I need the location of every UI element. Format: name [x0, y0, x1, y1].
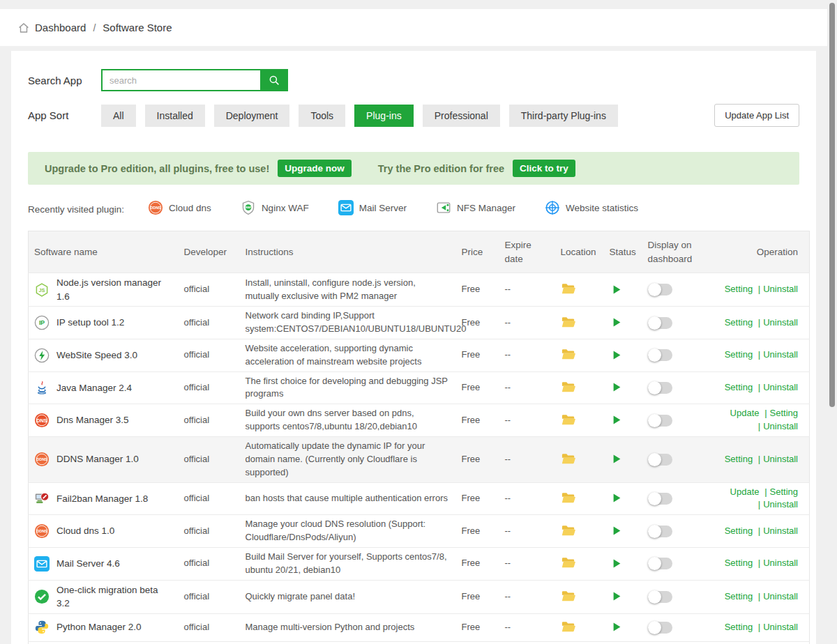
- price-cell: Free: [456, 482, 499, 515]
- uninstall-link[interactable]: Uninstall: [763, 454, 798, 464]
- play-icon[interactable]: [610, 491, 625, 506]
- folder-icon[interactable]: [561, 412, 576, 427]
- column-header-developer: Developer: [179, 231, 240, 273]
- operation-separator: |: [758, 284, 760, 294]
- column-header-location: Location: [555, 231, 604, 273]
- setting-link[interactable]: Setting: [725, 622, 753, 632]
- click-to-try-button[interactable]: Click to try: [513, 160, 575, 177]
- uninstall-link[interactable]: Uninstall: [763, 591, 798, 601]
- search-input[interactable]: [101, 69, 260, 91]
- operation-separator: |: [758, 622, 760, 632]
- display-on-dashboard-toggle[interactable]: [648, 415, 672, 427]
- play-icon[interactable]: [610, 523, 625, 538]
- app-sort-label: App Sort: [28, 109, 101, 121]
- tab-professional[interactable]: Professional: [423, 105, 500, 127]
- uninstall-link[interactable]: Uninstall: [763, 499, 798, 509]
- operation-separator: |: [758, 454, 760, 464]
- update-link[interactable]: Update: [730, 408, 760, 418]
- play-icon[interactable]: [610, 452, 625, 467]
- update-app-list-button[interactable]: Update App List: [714, 104, 799, 127]
- folder-icon[interactable]: [561, 523, 576, 538]
- display-on-dashboard-toggle[interactable]: [648, 622, 672, 634]
- display-on-dashboard-toggle[interactable]: [648, 382, 672, 394]
- folder-icon[interactable]: [561, 314, 576, 330]
- page-scrollbar[interactable]: [827, 0, 837, 644]
- setting-link[interactable]: Setting: [725, 317, 753, 328]
- setting-link[interactable]: Setting: [725, 591, 753, 601]
- recent-plugin-website-statistics[interactable]: Website statistics: [545, 200, 638, 215]
- uninstall-link[interactable]: Uninstall: [763, 421, 798, 431]
- play-icon[interactable]: [610, 412, 625, 427]
- uninstall-link[interactable]: Uninstall: [763, 284, 798, 294]
- setting-link[interactable]: Setting: [725, 558, 753, 568]
- developer-cell: official: [179, 339, 240, 371]
- display-on-dashboard-toggle[interactable]: [648, 284, 672, 296]
- setting-link[interactable]: Setting: [725, 349, 753, 360]
- uninstall-link[interactable]: Uninstall: [763, 526, 798, 536]
- uninstall-link[interactable]: Uninstall: [763, 382, 798, 392]
- home-icon[interactable]: [17, 22, 30, 34]
- toggle-knob: [648, 381, 661, 394]
- column-header-software-name: Software name: [29, 231, 179, 273]
- setting-link[interactable]: Setting: [725, 382, 753, 392]
- folder-icon[interactable]: [561, 281, 576, 296]
- recent-plugin-nfs-manager[interactable]: NFS Manager: [436, 200, 515, 215]
- app-sort-tabs: AllInstalledDeploymentToolsPlug-insProfe…: [101, 105, 714, 127]
- setting-link[interactable]: Setting: [770, 486, 798, 497]
- uninstall-link[interactable]: Uninstall: [763, 317, 798, 328]
- expire-date-cell: --: [499, 437, 555, 483]
- tab-all[interactable]: All: [101, 105, 136, 127]
- uninstall-link[interactable]: Uninstall: [763, 622, 798, 632]
- display-on-dashboard-toggle[interactable]: [648, 349, 672, 361]
- operation-cell: Setting |Uninstall: [712, 613, 810, 641]
- svg-text:DDNS: DDNS: [150, 206, 161, 210]
- folder-icon[interactable]: [561, 490, 576, 505]
- folder-icon[interactable]: [561, 555, 576, 570]
- setting-link[interactable]: Setting: [725, 526, 753, 536]
- play-icon[interactable]: [610, 620, 625, 635]
- setting-link[interactable]: Setting: [770, 408, 798, 418]
- play-icon[interactable]: [610, 347, 625, 362]
- display-on-dashboard-toggle[interactable]: [648, 317, 672, 329]
- tab-installed[interactable]: Installed: [145, 105, 205, 127]
- uninstall-link[interactable]: Uninstall: [763, 558, 798, 568]
- play-icon[interactable]: [610, 588, 625, 604]
- folder-icon[interactable]: [561, 588, 576, 604]
- tab-tools[interactable]: Tools: [299, 105, 345, 127]
- recent-plugin-cloud-dns[interactable]: DDNSCloud dns: [148, 200, 211, 215]
- recent-plugin-mail-server[interactable]: Mail Server: [338, 200, 407, 215]
- play-icon[interactable]: [610, 380, 625, 395]
- tab-third-party-plug-ins[interactable]: Third-party Plug-ins: [509, 105, 618, 127]
- tab-deployment[interactable]: Deployment: [214, 105, 290, 127]
- recent-plugin-nginx-waf[interactable]: WAFNginx WAF: [241, 200, 309, 215]
- developer-cell: official: [179, 273, 240, 307]
- display-on-dashboard-toggle[interactable]: [648, 454, 672, 466]
- table-row-ip-setup-tool-1-2: IPIP setup tool 1.2officialNetwork card …: [29, 307, 810, 339]
- play-icon[interactable]: [610, 282, 625, 297]
- display-on-dashboard-toggle[interactable]: [648, 591, 672, 603]
- search-button[interactable]: [260, 69, 288, 91]
- scrollbar-thumb[interactable]: [829, 3, 835, 407]
- display-on-dashboard-toggle[interactable]: [648, 558, 672, 569]
- uninstall-link[interactable]: Uninstall: [763, 349, 798, 360]
- folder-icon[interactable]: [561, 619, 576, 634]
- mail-icon: [338, 200, 354, 215]
- folder-icon[interactable]: [561, 451, 576, 466]
- folder-icon[interactable]: [561, 346, 576, 362]
- update-link[interactable]: Update: [730, 486, 760, 497]
- upgrade-now-button[interactable]: Upgrade now: [278, 160, 352, 177]
- nodejs-icon: JS: [34, 282, 50, 298]
- display-on-dashboard-toggle[interactable]: [648, 493, 672, 505]
- folder-icon[interactable]: [561, 379, 576, 394]
- software-name: Node.js version manager 1.6: [56, 276, 173, 303]
- play-icon[interactable]: [610, 314, 625, 330]
- play-icon[interactable]: [610, 555, 625, 571]
- setting-link[interactable]: Setting: [725, 454, 753, 464]
- instructions-cell: Manage your cloud DNS resolution (Suppor…: [240, 515, 456, 548]
- operation-separator: |: [758, 349, 760, 360]
- operation-cell: Update |Setting |Uninstall: [712, 404, 810, 437]
- tab-plug-ins[interactable]: Plug-ins: [354, 105, 414, 127]
- display-on-dashboard-toggle[interactable]: [648, 526, 672, 537]
- breadcrumb-dashboard[interactable]: Dashboard: [35, 22, 86, 33]
- setting-link[interactable]: Setting: [725, 284, 753, 294]
